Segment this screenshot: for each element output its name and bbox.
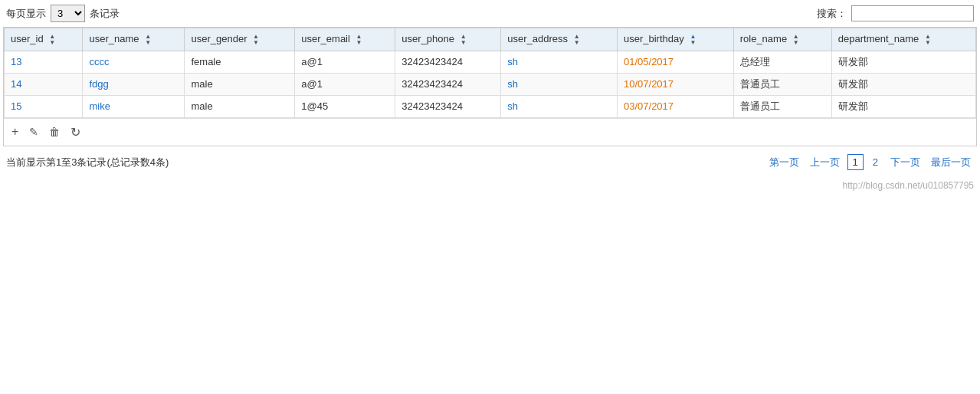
table-header-row: user_id ▲ ▼ user_name ▲ ▼ user_gender: [5, 28, 976, 51]
sort-user-phone[interactable]: ▲ ▼: [461, 34, 467, 46]
sort-user-birthday[interactable]: ▲ ▼: [690, 34, 696, 46]
col-user-gender-label: user_gender: [191, 33, 247, 44]
page-1-btn[interactable]: 1: [847, 154, 864, 170]
table-row[interactable]: 15mikemale1@4532423423424sh03/07/2017普通员…: [5, 95, 976, 117]
col-user-phone-label: user_phone: [402, 33, 454, 44]
cell-user_email: a@1: [295, 51, 395, 73]
cell-user_gender: male: [185, 95, 295, 117]
sort-user-id[interactable]: ▲ ▼: [49, 34, 55, 46]
sort-user-gender[interactable]: ▲ ▼: [253, 34, 259, 46]
col-user-birthday[interactable]: user_birthday ▲ ▼: [617, 28, 733, 51]
cell-user_phone: 32423423424: [395, 51, 501, 73]
col-user-birthday-label: user_birthday: [624, 33, 684, 44]
cell-user_address: sh: [501, 95, 618, 117]
table-row[interactable]: 13ccccfemalea@132423423424sh01/05/2017总经…: [5, 51, 976, 73]
col-user-address[interactable]: user_address ▲ ▼: [501, 28, 618, 51]
watermark: http://blog.csdn.net/u010857795: [0, 177, 980, 194]
sort-down-icon: ▼: [690, 40, 696, 46]
action-bar: + ✎ 🗑 ↻: [4, 118, 976, 146]
data-table: user_id ▲ ▼ user_name ▲ ▼ user_gender: [4, 28, 976, 118]
cell-user_name: cccc: [83, 51, 185, 73]
cell-user_name: mike: [83, 95, 185, 117]
cell-department_name: 研发部: [831, 51, 975, 73]
sort-down-icon: ▼: [145, 40, 151, 46]
col-user-id[interactable]: user_id ▲ ▼: [5, 28, 83, 51]
cell-user_email: a@1: [295, 73, 395, 95]
top-bar-right: 搜索：: [817, 5, 974, 21]
sort-down-icon: ▼: [253, 40, 259, 46]
per-page-select[interactable]: 3 5 10 20 50: [51, 5, 85, 22]
cell-user_name: fdgg: [83, 73, 185, 95]
cell-user_id: 14: [5, 73, 83, 95]
cell-role_name: 总经理: [733, 51, 831, 73]
cell-user_birthday: 10/07/2017: [617, 73, 733, 95]
col-department-name[interactable]: department_name ▲ ▼: [831, 28, 975, 51]
table-row[interactable]: 14fdggmalea@132423423424sh10/07/2017普通员工…: [5, 73, 976, 95]
table-wrapper: user_id ▲ ▼ user_name ▲ ▼ user_gender: [3, 27, 977, 146]
sort-user-address[interactable]: ▲ ▼: [574, 34, 580, 46]
first-page-btn[interactable]: 第一页: [766, 154, 802, 171]
search-input[interactable]: [851, 5, 974, 21]
sort-down-icon: ▼: [925, 40, 931, 46]
sort-user-email[interactable]: ▲ ▼: [356, 34, 362, 46]
cell-department_name: 研发部: [831, 73, 975, 95]
prev-page-btn[interactable]: 上一页: [807, 154, 843, 171]
page-2-btn[interactable]: 2: [868, 155, 883, 169]
per-page-suffix: 条记录: [90, 7, 120, 21]
refresh-button[interactable]: ↻: [69, 123, 82, 141]
col-user-email-label: user_email: [301, 33, 350, 44]
cell-user_email: 1@45: [295, 95, 395, 117]
last-page-btn[interactable]: 最后一页: [928, 154, 974, 171]
col-role-name-label: role_name: [740, 33, 787, 44]
sort-role-name[interactable]: ▲ ▼: [793, 34, 799, 46]
col-user-gender[interactable]: user_gender ▲ ▼: [185, 28, 295, 51]
sort-down-icon: ▼: [356, 40, 362, 46]
col-role-name[interactable]: role_name ▲ ▼: [733, 28, 831, 51]
cell-role_name: 普通员工: [733, 95, 831, 117]
bottom-bar: 当前显示第1至3条记录(总记录数4条) 第一页 上一页 1 2 下一页 最后一页: [0, 148, 980, 177]
cell-user_gender: female: [185, 51, 295, 73]
cell-user_phone: 32423423424: [395, 73, 501, 95]
col-user-id-label: user_id: [11, 33, 44, 44]
next-page-btn[interactable]: 下一页: [887, 154, 923, 171]
col-user-address-label: user_address: [507, 33, 568, 44]
cell-user_gender: male: [185, 73, 295, 95]
col-department-name-label: department_name: [838, 33, 919, 44]
sort-down-icon: ▼: [793, 40, 799, 46]
sort-down-icon: ▼: [461, 40, 467, 46]
cell-user_address: sh: [501, 51, 618, 73]
col-user-phone[interactable]: user_phone ▲ ▼: [395, 28, 501, 51]
cell-role_name: 普通员工: [733, 73, 831, 95]
pagination: 第一页 上一页 1 2 下一页 最后一页: [766, 154, 974, 171]
top-bar-left: 每页显示 3 5 10 20 50 条记录: [6, 5, 120, 22]
sort-department-name[interactable]: ▲ ▼: [925, 34, 931, 46]
sort-down-icon: ▼: [49, 40, 55, 46]
add-button[interactable]: +: [10, 123, 20, 140]
cell-department_name: 研发部: [831, 95, 975, 117]
cell-user_id: 13: [5, 51, 83, 73]
search-label: 搜索：: [817, 7, 847, 21]
per-page-label: 每页显示: [6, 7, 46, 21]
cell-user_birthday: 03/07/2017: [617, 95, 733, 117]
top-bar: 每页显示 3 5 10 20 50 条记录 搜索：: [0, 0, 980, 27]
cell-user_phone: 32423423424: [395, 95, 501, 117]
sort-down-icon: ▼: [574, 40, 580, 46]
sort-user-name[interactable]: ▲ ▼: [145, 34, 151, 46]
col-user-email[interactable]: user_email ▲ ▼: [295, 28, 395, 51]
cell-user_id: 15: [5, 95, 83, 117]
edit-button[interactable]: ✎: [28, 124, 40, 140]
cell-user_address: sh: [501, 73, 618, 95]
status-text: 当前显示第1至3条记录(总记录数4条): [6, 156, 169, 169]
col-user-name-label: user_name: [89, 33, 139, 44]
delete-button[interactable]: 🗑: [48, 124, 61, 140]
cell-user_birthday: 01/05/2017: [617, 51, 733, 73]
col-user-name[interactable]: user_name ▲ ▼: [83, 28, 185, 51]
